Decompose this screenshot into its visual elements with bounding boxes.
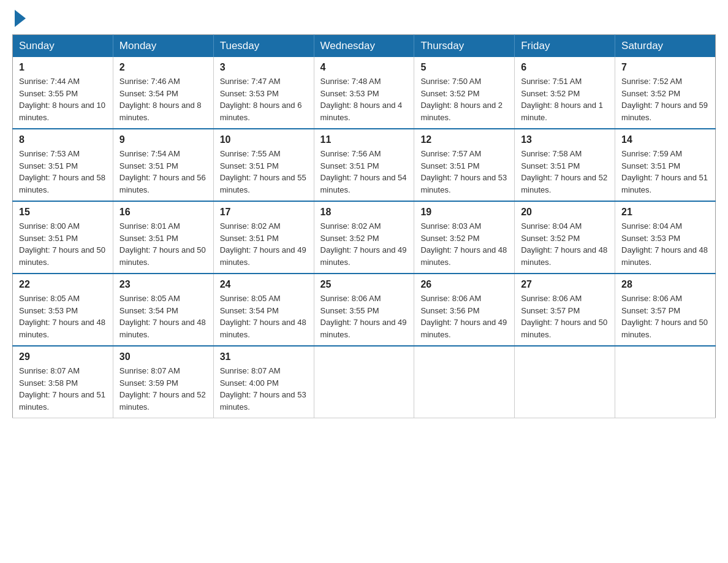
day-info: Sunrise: 7:57 AMSunset: 3:51 PMDaylight:… xyxy=(420,148,508,196)
day-number: 19 xyxy=(420,207,508,218)
logo-arrow-icon xyxy=(15,10,26,27)
calendar-cell: 20Sunrise: 8:04 AMSunset: 3:52 PMDayligh… xyxy=(515,201,615,274)
calendar-cell: 2Sunrise: 7:46 AMSunset: 3:54 PMDaylight… xyxy=(113,57,213,129)
day-number: 15 xyxy=(19,207,107,218)
calendar-cell: 6Sunrise: 7:51 AMSunset: 3:52 PMDaylight… xyxy=(515,57,615,129)
calendar-cell: 30Sunrise: 8:07 AMSunset: 3:59 PMDayligh… xyxy=(113,346,213,418)
day-info: Sunrise: 7:59 AMSunset: 3:51 PMDaylight:… xyxy=(621,148,709,196)
calendar-week-row: 8Sunrise: 7:53 AMSunset: 3:51 PMDaylight… xyxy=(13,129,716,201)
calendar-cell: 21Sunrise: 8:04 AMSunset: 3:53 PMDayligh… xyxy=(615,201,716,274)
day-info: Sunrise: 7:56 AMSunset: 3:51 PMDaylight:… xyxy=(320,148,408,196)
calendar-cell: 1Sunrise: 7:44 AMSunset: 3:55 PMDaylight… xyxy=(13,57,113,129)
weekday-header-sunday: Sunday xyxy=(13,35,113,58)
calendar-cell: 8Sunrise: 7:53 AMSunset: 3:51 PMDaylight… xyxy=(13,129,113,201)
day-number: 8 xyxy=(19,134,107,145)
calendar-cell: 17Sunrise: 8:02 AMSunset: 3:51 PMDayligh… xyxy=(213,201,314,274)
calendar-cell: 7Sunrise: 7:52 AMSunset: 3:52 PMDaylight… xyxy=(615,57,716,129)
day-number: 16 xyxy=(119,207,207,218)
calendar-week-row: 22Sunrise: 8:05 AMSunset: 3:53 PMDayligh… xyxy=(13,274,716,346)
calendar-cell: 29Sunrise: 8:07 AMSunset: 3:58 PMDayligh… xyxy=(13,346,113,418)
day-number: 13 xyxy=(521,134,609,145)
day-info: Sunrise: 8:05 AMSunset: 3:54 PMDaylight:… xyxy=(119,293,207,340)
day-info: Sunrise: 8:07 AMSunset: 3:59 PMDaylight:… xyxy=(119,365,207,413)
calendar-week-row: 29Sunrise: 8:07 AMSunset: 3:58 PMDayligh… xyxy=(13,346,716,418)
day-info: Sunrise: 7:51 AMSunset: 3:52 PMDaylight:… xyxy=(521,75,609,123)
day-info: Sunrise: 8:06 AMSunset: 3:56 PMDaylight:… xyxy=(420,293,508,340)
day-number: 22 xyxy=(19,279,107,290)
calendar-cell xyxy=(414,346,515,418)
weekday-header-saturday: Saturday xyxy=(615,35,716,58)
day-number: 9 xyxy=(119,134,207,145)
day-number: 11 xyxy=(320,134,408,145)
calendar-table: SundayMondayTuesdayWednesdayThursdayFrid… xyxy=(12,34,716,418)
weekday-header-friday: Friday xyxy=(515,35,615,58)
weekday-header-thursday: Thursday xyxy=(414,35,515,58)
day-info: Sunrise: 7:58 AMSunset: 3:51 PMDaylight:… xyxy=(521,148,609,196)
day-number: 21 xyxy=(621,207,709,218)
day-number: 12 xyxy=(420,134,508,145)
day-number: 31 xyxy=(220,351,308,362)
day-info: Sunrise: 7:52 AMSunset: 3:52 PMDaylight:… xyxy=(621,75,709,123)
day-info: Sunrise: 8:07 AMSunset: 4:00 PMDaylight:… xyxy=(220,365,308,413)
calendar-cell xyxy=(314,346,414,418)
calendar-cell: 10Sunrise: 7:55 AMSunset: 3:51 PMDayligh… xyxy=(213,129,314,201)
day-number: 28 xyxy=(621,279,709,290)
day-info: Sunrise: 7:47 AMSunset: 3:53 PMDaylight:… xyxy=(220,75,308,123)
day-info: Sunrise: 7:53 AMSunset: 3:51 PMDaylight:… xyxy=(19,148,107,196)
calendar-cell: 5Sunrise: 7:50 AMSunset: 3:52 PMDaylight… xyxy=(414,57,515,129)
day-info: Sunrise: 7:55 AMSunset: 3:51 PMDaylight:… xyxy=(220,148,308,196)
day-info: Sunrise: 7:44 AMSunset: 3:55 PMDaylight:… xyxy=(19,75,107,123)
day-info: Sunrise: 8:00 AMSunset: 3:51 PMDaylight:… xyxy=(19,220,107,268)
day-number: 7 xyxy=(621,62,709,73)
calendar-cell: 15Sunrise: 8:00 AMSunset: 3:51 PMDayligh… xyxy=(13,201,113,274)
day-info: Sunrise: 7:48 AMSunset: 3:53 PMDaylight:… xyxy=(320,75,408,123)
day-number: 3 xyxy=(220,62,308,73)
logo xyxy=(12,12,26,25)
calendar-cell: 28Sunrise: 8:06 AMSunset: 3:57 PMDayligh… xyxy=(615,274,716,346)
day-info: Sunrise: 8:02 AMSunset: 3:51 PMDaylight:… xyxy=(220,220,308,268)
calendar-cell: 27Sunrise: 8:06 AMSunset: 3:57 PMDayligh… xyxy=(515,274,615,346)
day-number: 25 xyxy=(320,279,408,290)
day-info: Sunrise: 8:06 AMSunset: 3:57 PMDaylight:… xyxy=(621,293,709,340)
calendar-cell: 24Sunrise: 8:05 AMSunset: 3:54 PMDayligh… xyxy=(213,274,314,346)
day-number: 24 xyxy=(220,279,308,290)
day-info: Sunrise: 7:46 AMSunset: 3:54 PMDaylight:… xyxy=(119,75,207,123)
day-number: 10 xyxy=(220,134,308,145)
day-info: Sunrise: 8:04 AMSunset: 3:52 PMDaylight:… xyxy=(521,220,609,268)
calendar-week-row: 15Sunrise: 8:00 AMSunset: 3:51 PMDayligh… xyxy=(13,201,716,274)
calendar-cell: 14Sunrise: 7:59 AMSunset: 3:51 PMDayligh… xyxy=(615,129,716,201)
calendar-cell: 26Sunrise: 8:06 AMSunset: 3:56 PMDayligh… xyxy=(414,274,515,346)
calendar-header-row: SundayMondayTuesdayWednesdayThursdayFrid… xyxy=(13,35,716,58)
calendar-cell: 18Sunrise: 8:02 AMSunset: 3:52 PMDayligh… xyxy=(314,201,414,274)
day-number: 27 xyxy=(521,279,609,290)
day-number: 23 xyxy=(119,279,207,290)
weekday-header-wednesday: Wednesday xyxy=(314,35,414,58)
day-number: 29 xyxy=(19,351,107,362)
day-info: Sunrise: 8:06 AMSunset: 3:57 PMDaylight:… xyxy=(521,293,609,340)
day-number: 1 xyxy=(19,62,107,73)
calendar-cell xyxy=(515,346,615,418)
calendar-cell: 9Sunrise: 7:54 AMSunset: 3:51 PMDaylight… xyxy=(113,129,213,201)
day-info: Sunrise: 8:02 AMSunset: 3:52 PMDaylight:… xyxy=(320,220,408,268)
day-info: Sunrise: 8:07 AMSunset: 3:58 PMDaylight:… xyxy=(19,365,107,413)
day-info: Sunrise: 7:50 AMSunset: 3:52 PMDaylight:… xyxy=(420,75,508,123)
day-number: 18 xyxy=(320,207,408,218)
day-number: 30 xyxy=(119,351,207,362)
weekday-header-monday: Monday xyxy=(113,35,213,58)
day-info: Sunrise: 8:03 AMSunset: 3:52 PMDaylight:… xyxy=(420,220,508,268)
day-number: 20 xyxy=(521,207,609,218)
calendar-cell xyxy=(615,346,716,418)
day-number: 5 xyxy=(420,62,508,73)
day-number: 14 xyxy=(621,134,709,145)
calendar-cell: 11Sunrise: 7:56 AMSunset: 3:51 PMDayligh… xyxy=(314,129,414,201)
day-number: 4 xyxy=(320,62,408,73)
day-number: 2 xyxy=(119,62,207,73)
day-number: 6 xyxy=(521,62,609,73)
page-header xyxy=(12,12,716,25)
calendar-cell: 4Sunrise: 7:48 AMSunset: 3:53 PMDaylight… xyxy=(314,57,414,129)
calendar-cell: 12Sunrise: 7:57 AMSunset: 3:51 PMDayligh… xyxy=(414,129,515,201)
day-info: Sunrise: 8:04 AMSunset: 3:53 PMDaylight:… xyxy=(621,220,709,268)
calendar-cell: 3Sunrise: 7:47 AMSunset: 3:53 PMDaylight… xyxy=(213,57,314,129)
day-number: 17 xyxy=(220,207,308,218)
calendar-cell: 31Sunrise: 8:07 AMSunset: 4:00 PMDayligh… xyxy=(213,346,314,418)
